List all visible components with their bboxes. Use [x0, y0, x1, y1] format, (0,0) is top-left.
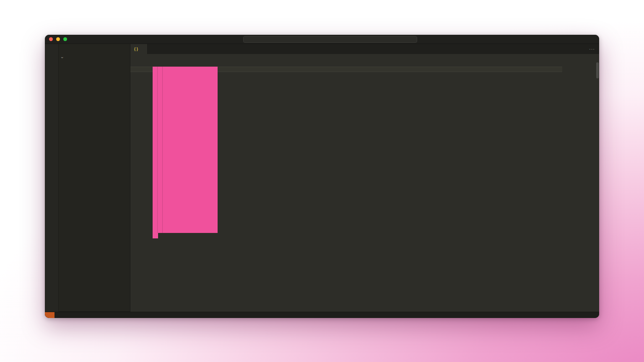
editor-more-actions-button[interactable]: ···: [589, 47, 595, 52]
command-center-search[interactable]: [243, 36, 417, 43]
sidebar-sections: [59, 311, 130, 312]
remote-indicator[interactable]: [45, 312, 55, 318]
activity-bar: [45, 44, 59, 312]
tree-root-butterfly-effect[interactable]: ›: [59, 54, 130, 61]
selection-highlight-end: [153, 233, 158, 238]
window-titlebar: [45, 35, 599, 44]
tab-bar: { } ···: [130, 44, 599, 54]
chevron-down-icon: ›: [60, 56, 65, 59]
breadcrumb: [130, 54, 599, 62]
selection-highlight: [153, 67, 218, 233]
minimap[interactable]: [569, 62, 595, 312]
scrollbar-thumb[interactable]: [596, 62, 599, 78]
vscode-window: › { } ···: [45, 35, 599, 318]
code-editor[interactable]: [130, 62, 599, 312]
explorer-sidebar: ›: [59, 44, 130, 312]
maximize-window-button[interactable]: [63, 37, 67, 41]
close-window-button[interactable]: [49, 37, 53, 41]
editor-area: { } ···: [130, 44, 599, 312]
minimize-window-button[interactable]: [56, 37, 60, 41]
tab-rarities-json[interactable]: { }: [130, 44, 148, 54]
json-file-icon: { }: [134, 47, 138, 51]
file-tree: [59, 61, 130, 311]
status-bar: [45, 312, 599, 318]
